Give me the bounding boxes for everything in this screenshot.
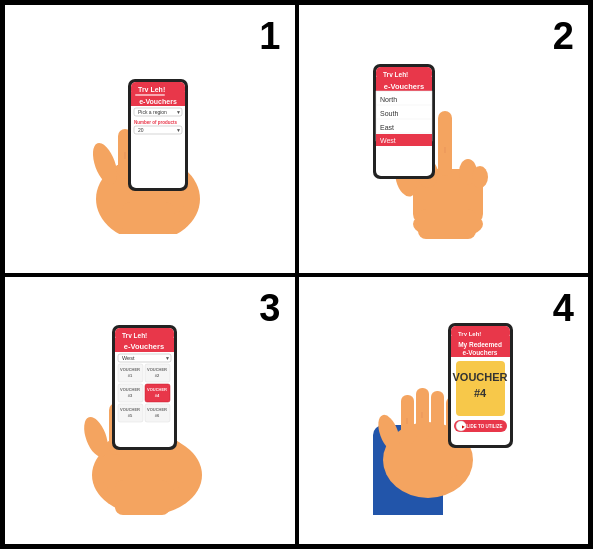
svg-text:VOUCHER: VOUCHER: [147, 387, 167, 392]
step-4-number: 4: [553, 287, 574, 330]
step-4-hand-illustration: Try Leh! My Redeemed e-Vouchers VOUCHER …: [353, 305, 533, 515]
main-grid: 1: [0, 0, 593, 549]
step-3-cell: 3 Try Leh!: [3, 275, 297, 547]
svg-text:VOUCHER: VOUCHER: [120, 407, 140, 412]
svg-text:VOUCHER: VOUCHER: [147, 367, 167, 372]
svg-text:e-Vouchers: e-Vouchers: [124, 342, 164, 351]
svg-text:e-Vouchers: e-Vouchers: [463, 349, 498, 356]
svg-text:▼: ▼: [176, 109, 181, 115]
step-3-hand-illustration: Try Leh! e-Vouchers West ▼ VOUCHER #1 VO…: [65, 305, 235, 515]
step-1-cell: 1: [3, 3, 297, 275]
svg-point-33: [472, 166, 488, 188]
svg-text:South: South: [380, 110, 398, 117]
svg-text:#2: #2: [155, 373, 160, 378]
step-3-number: 3: [259, 287, 280, 330]
step-1-number: 1: [259, 15, 280, 58]
svg-text:Pick a region: Pick a region: [138, 109, 167, 115]
step-4-cell: 4: [297, 275, 591, 547]
svg-text:#3: #3: [128, 393, 133, 398]
svg-text:My Redeemed: My Redeemed: [458, 341, 502, 349]
svg-text:VOUCHER: VOUCHER: [120, 367, 140, 372]
svg-rect-36: [418, 209, 476, 239]
svg-text:▼: ▼: [176, 127, 181, 133]
svg-rect-95: [431, 391, 444, 441]
step-1-hand-illustration: Try Leh! e-Vouchers Pick a region ▼ Numb…: [70, 44, 230, 234]
step-2-content: Try Leh! e-Vouchers North South East Wes…: [299, 5, 589, 273]
svg-text:North: North: [380, 96, 397, 103]
svg-rect-60: [115, 480, 170, 515]
svg-text:20: 20: [138, 127, 144, 133]
svg-text:West: West: [122, 355, 135, 361]
step-3-content: Try Leh! e-Vouchers West ▼ VOUCHER #1 VO…: [5, 277, 295, 545]
svg-rect-11: [122, 202, 174, 234]
svg-text:West: West: [380, 137, 396, 144]
step-2-cell: 2: [297, 3, 591, 275]
step-2-hand-illustration: Try Leh! e-Vouchers North South East Wes…: [358, 39, 528, 239]
svg-rect-30: [438, 111, 452, 176]
svg-text:SLIDE TO UTILIZE: SLIDE TO UTILIZE: [464, 424, 503, 429]
svg-text:▼: ▼: [165, 355, 170, 361]
svg-text:VOUCHER: VOUCHER: [120, 387, 140, 392]
step-2-number: 2: [553, 15, 574, 58]
step-1-content: Try Leh! e-Vouchers Pick a region ▼ Numb…: [5, 5, 295, 273]
svg-text:#1: #1: [128, 373, 133, 378]
svg-text:VOUCHER: VOUCHER: [147, 407, 167, 412]
svg-text:e-Vouchers: e-Vouchers: [139, 98, 177, 105]
step-4-content: Try Leh! My Redeemed e-Vouchers VOUCHER …: [299, 277, 589, 545]
svg-text:#5: #5: [128, 413, 133, 418]
svg-text:Number of products: Number of products: [134, 120, 177, 125]
svg-text:#4: #4: [474, 387, 487, 399]
svg-text:#4: #4: [155, 393, 160, 398]
svg-text:East: East: [380, 124, 394, 131]
svg-text:#6: #6: [155, 413, 160, 418]
svg-rect-17: [135, 94, 165, 96]
svg-text:e-Vouchers: e-Vouchers: [384, 82, 424, 91]
svg-text:VOUCHER: VOUCHER: [453, 371, 508, 383]
